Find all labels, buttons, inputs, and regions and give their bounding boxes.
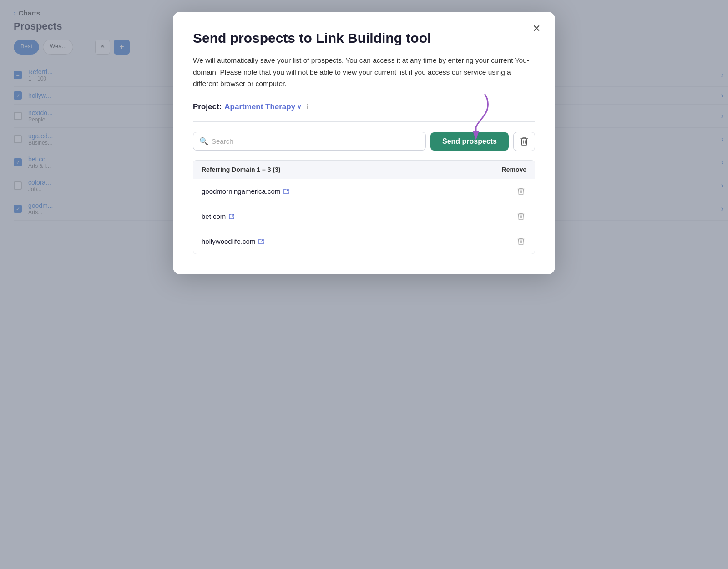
send-prospects-modal: ✕ Send prospects to Link Building tool W… [173, 12, 555, 274]
domain-name-1: bet.com [202, 212, 226, 220]
project-name: Apartment Therapy [224, 102, 295, 111]
chevron-down-icon: ∨ [297, 103, 302, 110]
project-label: Project: [193, 102, 222, 111]
domain-link-2: hollywoodlife.com [202, 237, 264, 245]
domain-name-2: hollywoodlife.com [202, 237, 255, 245]
trash-icon [520, 137, 528, 146]
row-delete-button-0[interactable] [516, 186, 526, 197]
action-row: 🔍 Send prospects [193, 132, 535, 151]
external-link-icon-1 [228, 213, 235, 220]
domain-link-1: bet.com [202, 212, 235, 220]
table-header: Referring Domain 1 – 3 (3) Remove [193, 161, 535, 179]
row-delete-button-2[interactable] [516, 236, 526, 247]
search-input-wrapper: 🔍 [193, 132, 426, 151]
delete-button[interactable] [513, 132, 535, 151]
modal-close-button[interactable]: ✕ [529, 21, 544, 36]
table-row: hollywoodlife.com [193, 229, 535, 254]
row-trash-icon-0 [517, 187, 525, 196]
project-name-link[interactable]: Apartment Therapy ∨ [224, 102, 302, 111]
project-selector: Project: Apartment Therapy ∨ ℹ [193, 102, 535, 111]
divider [193, 121, 535, 122]
table-header-label: Referring Domain 1 – 3 (3) [202, 166, 281, 173]
modal-description: We will automatically save your list of … [193, 55, 535, 90]
row-delete-button-1[interactable] [516, 211, 526, 222]
table-header-remove: Remove [502, 166, 526, 173]
prospects-table: Referring Domain 1 – 3 (3) Remove goodmo… [193, 160, 535, 254]
send-prospects-button[interactable]: Send prospects [430, 132, 509, 151]
row-trash-icon-1 [517, 212, 525, 221]
domain-link-0: goodmorningamerica.com [202, 187, 289, 195]
table-row: bet.com [193, 204, 535, 229]
search-input[interactable] [193, 132, 426, 151]
external-link-icon-2 [258, 238, 264, 245]
external-link-icon-0 [283, 188, 289, 195]
modal-title: Send prospects to Link Building tool [193, 30, 535, 46]
search-icon: 🔍 [199, 137, 208, 146]
table-row: goodmorningamerica.com [193, 179, 535, 204]
modal-overlay: ✕ Send prospects to Link Building tool W… [0, 0, 728, 569]
row-trash-icon-2 [517, 237, 525, 246]
info-icon: ℹ [306, 103, 309, 111]
domain-name-0: goodmorningamerica.com [202, 187, 280, 195]
